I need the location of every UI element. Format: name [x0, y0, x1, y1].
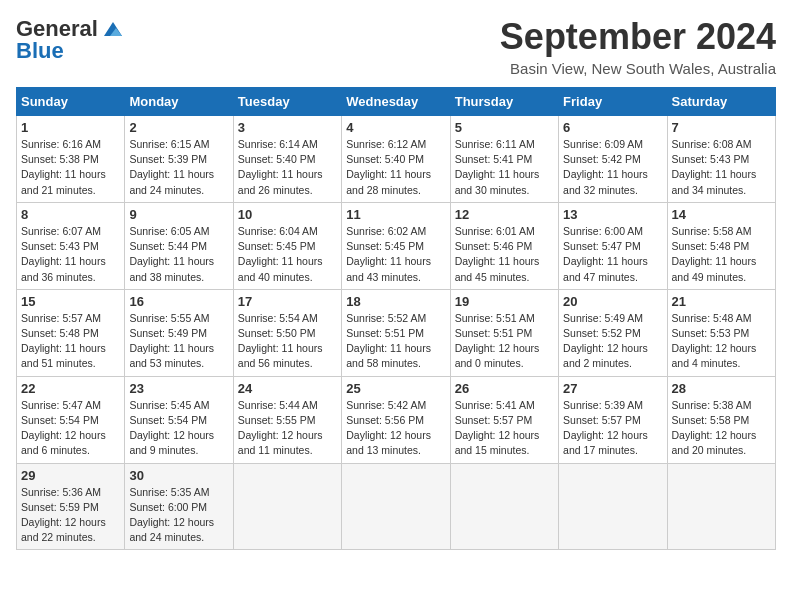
day-number: 15 — [21, 294, 120, 309]
day-info: Sunrise: 6:16 AM Sunset: 5:38 PM Dayligh… — [21, 137, 120, 198]
day-info: Sunrise: 5:57 AM Sunset: 5:48 PM Dayligh… — [21, 311, 120, 372]
day-info: Sunrise: 5:52 AM Sunset: 5:51 PM Dayligh… — [346, 311, 445, 372]
day-number: 26 — [455, 381, 554, 396]
table-row: 16 Sunrise: 5:55 AM Sunset: 5:49 PM Dayl… — [125, 289, 233, 376]
day-number: 17 — [238, 294, 337, 309]
table-row — [450, 463, 558, 550]
day-number: 12 — [455, 207, 554, 222]
title-area: September 2024 Basin View, New South Wal… — [500, 16, 776, 77]
day-info: Sunrise: 5:54 AM Sunset: 5:50 PM Dayligh… — [238, 311, 337, 372]
table-row: 28 Sunrise: 5:38 AM Sunset: 5:58 PM Dayl… — [667, 376, 775, 463]
day-info: Sunrise: 5:41 AM Sunset: 5:57 PM Dayligh… — [455, 398, 554, 459]
calendar-header-row: Sunday Monday Tuesday Wednesday Thursday… — [17, 88, 776, 116]
month-title: September 2024 — [500, 16, 776, 58]
table-row: 9 Sunrise: 6:05 AM Sunset: 5:44 PM Dayli… — [125, 202, 233, 289]
logo: General Blue — [16, 16, 124, 64]
day-info: Sunrise: 5:48 AM Sunset: 5:53 PM Dayligh… — [672, 311, 771, 372]
table-row — [233, 463, 341, 550]
day-info: Sunrise: 6:11 AM Sunset: 5:41 PM Dayligh… — [455, 137, 554, 198]
calendar-week-row: 1 Sunrise: 6:16 AM Sunset: 5:38 PM Dayli… — [17, 116, 776, 203]
table-row: 12 Sunrise: 6:01 AM Sunset: 5:46 PM Dayl… — [450, 202, 558, 289]
day-number: 14 — [672, 207, 771, 222]
table-row: 2 Sunrise: 6:15 AM Sunset: 5:39 PM Dayli… — [125, 116, 233, 203]
day-info: Sunrise: 6:02 AM Sunset: 5:45 PM Dayligh… — [346, 224, 445, 285]
day-number: 10 — [238, 207, 337, 222]
day-number: 7 — [672, 120, 771, 135]
day-number: 9 — [129, 207, 228, 222]
table-row: 14 Sunrise: 5:58 AM Sunset: 5:48 PM Dayl… — [667, 202, 775, 289]
day-number: 5 — [455, 120, 554, 135]
table-row — [667, 463, 775, 550]
logo-icon — [102, 20, 124, 38]
day-number: 2 — [129, 120, 228, 135]
page-header: General Blue September 2024 Basin View, … — [16, 16, 776, 77]
day-number: 4 — [346, 120, 445, 135]
header-tuesday: Tuesday — [233, 88, 341, 116]
table-row: 10 Sunrise: 6:04 AM Sunset: 5:45 PM Dayl… — [233, 202, 341, 289]
calendar-week-row: 29 Sunrise: 5:36 AM Sunset: 5:59 PM Dayl… — [17, 463, 776, 550]
table-row: 1 Sunrise: 6:16 AM Sunset: 5:38 PM Dayli… — [17, 116, 125, 203]
day-info: Sunrise: 5:42 AM Sunset: 5:56 PM Dayligh… — [346, 398, 445, 459]
table-row — [559, 463, 667, 550]
table-row: 15 Sunrise: 5:57 AM Sunset: 5:48 PM Dayl… — [17, 289, 125, 376]
table-row: 13 Sunrise: 6:00 AM Sunset: 5:47 PM Dayl… — [559, 202, 667, 289]
day-info: Sunrise: 6:15 AM Sunset: 5:39 PM Dayligh… — [129, 137, 228, 198]
table-row: 26 Sunrise: 5:41 AM Sunset: 5:57 PM Dayl… — [450, 376, 558, 463]
day-info: Sunrise: 6:01 AM Sunset: 5:46 PM Dayligh… — [455, 224, 554, 285]
day-number: 28 — [672, 381, 771, 396]
table-row: 4 Sunrise: 6:12 AM Sunset: 5:40 PM Dayli… — [342, 116, 450, 203]
day-number: 6 — [563, 120, 662, 135]
day-number: 3 — [238, 120, 337, 135]
table-row: 30 Sunrise: 5:35 AM Sunset: 6:00 PM Dayl… — [125, 463, 233, 550]
table-row: 11 Sunrise: 6:02 AM Sunset: 5:45 PM Dayl… — [342, 202, 450, 289]
day-number: 18 — [346, 294, 445, 309]
table-row: 23 Sunrise: 5:45 AM Sunset: 5:54 PM Dayl… — [125, 376, 233, 463]
logo-blue: Blue — [16, 38, 64, 64]
day-number: 23 — [129, 381, 228, 396]
day-info: Sunrise: 5:38 AM Sunset: 5:58 PM Dayligh… — [672, 398, 771, 459]
day-info: Sunrise: 5:35 AM Sunset: 6:00 PM Dayligh… — [129, 485, 228, 546]
day-info: Sunrise: 6:05 AM Sunset: 5:44 PM Dayligh… — [129, 224, 228, 285]
day-info: Sunrise: 5:55 AM Sunset: 5:49 PM Dayligh… — [129, 311, 228, 372]
day-number: 29 — [21, 468, 120, 483]
table-row: 22 Sunrise: 5:47 AM Sunset: 5:54 PM Dayl… — [17, 376, 125, 463]
day-number: 19 — [455, 294, 554, 309]
calendar-week-row: 8 Sunrise: 6:07 AM Sunset: 5:43 PM Dayli… — [17, 202, 776, 289]
calendar-table: Sunday Monday Tuesday Wednesday Thursday… — [16, 87, 776, 550]
day-number: 8 — [21, 207, 120, 222]
day-number: 24 — [238, 381, 337, 396]
table-row: 27 Sunrise: 5:39 AM Sunset: 5:57 PM Dayl… — [559, 376, 667, 463]
day-info: Sunrise: 6:07 AM Sunset: 5:43 PM Dayligh… — [21, 224, 120, 285]
table-row: 24 Sunrise: 5:44 AM Sunset: 5:55 PM Dayl… — [233, 376, 341, 463]
table-row: 25 Sunrise: 5:42 AM Sunset: 5:56 PM Dayl… — [342, 376, 450, 463]
header-monday: Monday — [125, 88, 233, 116]
day-info: Sunrise: 5:36 AM Sunset: 5:59 PM Dayligh… — [21, 485, 120, 546]
table-row: 20 Sunrise: 5:49 AM Sunset: 5:52 PM Dayl… — [559, 289, 667, 376]
location: Basin View, New South Wales, Australia — [500, 60, 776, 77]
day-number: 20 — [563, 294, 662, 309]
header-wednesday: Wednesday — [342, 88, 450, 116]
day-number: 11 — [346, 207, 445, 222]
day-number: 30 — [129, 468, 228, 483]
day-info: Sunrise: 6:12 AM Sunset: 5:40 PM Dayligh… — [346, 137, 445, 198]
header-friday: Friday — [559, 88, 667, 116]
day-info: Sunrise: 5:47 AM Sunset: 5:54 PM Dayligh… — [21, 398, 120, 459]
table-row: 7 Sunrise: 6:08 AM Sunset: 5:43 PM Dayli… — [667, 116, 775, 203]
header-sunday: Sunday — [17, 88, 125, 116]
day-info: Sunrise: 6:04 AM Sunset: 5:45 PM Dayligh… — [238, 224, 337, 285]
table-row: 18 Sunrise: 5:52 AM Sunset: 5:51 PM Dayl… — [342, 289, 450, 376]
header-saturday: Saturday — [667, 88, 775, 116]
day-number: 1 — [21, 120, 120, 135]
day-number: 27 — [563, 381, 662, 396]
day-number: 21 — [672, 294, 771, 309]
day-info: Sunrise: 6:09 AM Sunset: 5:42 PM Dayligh… — [563, 137, 662, 198]
day-info: Sunrise: 6:00 AM Sunset: 5:47 PM Dayligh… — [563, 224, 662, 285]
table-row — [342, 463, 450, 550]
day-info: Sunrise: 5:58 AM Sunset: 5:48 PM Dayligh… — [672, 224, 771, 285]
table-row: 3 Sunrise: 6:14 AM Sunset: 5:40 PM Dayli… — [233, 116, 341, 203]
header-thursday: Thursday — [450, 88, 558, 116]
table-row: 29 Sunrise: 5:36 AM Sunset: 5:59 PM Dayl… — [17, 463, 125, 550]
table-row: 17 Sunrise: 5:54 AM Sunset: 5:50 PM Dayl… — [233, 289, 341, 376]
day-info: Sunrise: 5:49 AM Sunset: 5:52 PM Dayligh… — [563, 311, 662, 372]
day-info: Sunrise: 5:44 AM Sunset: 5:55 PM Dayligh… — [238, 398, 337, 459]
